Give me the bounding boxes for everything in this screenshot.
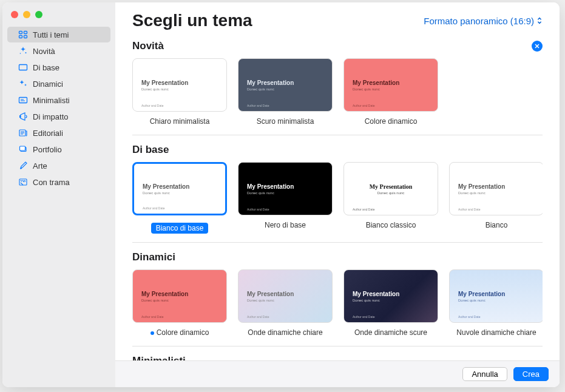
theme-item[interactable]: My PresentationDonec quis nuncAuthor and… bbox=[132, 269, 227, 337]
sidebar-item-label: Tutti i temi bbox=[33, 30, 69, 39]
header: Scegli un tema Formato panoramico (16:9) bbox=[115, 2, 560, 35]
sidebar-item-label: Portfolio bbox=[33, 145, 62, 154]
theme-item[interactable]: My PresentationDonec quis nuncAuthor and… bbox=[449, 269, 543, 337]
svg-rect-2 bbox=[19, 36, 22, 38]
theme-label: Nuvole dinamiche chiare bbox=[456, 327, 536, 338]
svg-rect-7 bbox=[19, 98, 27, 103]
section-header: Dinamici bbox=[132, 251, 543, 263]
cancel-button[interactable]: Annulla bbox=[462, 367, 507, 381]
thumb-author: Author and Date bbox=[141, 104, 163, 107]
divider bbox=[132, 346, 543, 346]
thumb-author: Author and Date bbox=[143, 206, 164, 210]
thumb-title: My Presentation bbox=[353, 79, 429, 86]
minimize-window-button[interactable] bbox=[23, 11, 30, 18]
svg-point-4 bbox=[25, 52, 27, 53]
sidebar-item-portfolio[interactable]: Portfolio bbox=[7, 141, 110, 157]
thumb-subtitle: Donec quis nunc bbox=[353, 191, 429, 195]
thumb-author: Author and Date bbox=[247, 315, 269, 319]
theme-label: Chiaro minimalista bbox=[150, 116, 210, 127]
section-di-base: Di baseMy PresentationDonec quis nuncAut… bbox=[132, 144, 543, 238]
theme-label: Onde dinamiche chiare bbox=[248, 327, 322, 338]
zoom-window-button[interactable] bbox=[35, 11, 42, 18]
text-icon bbox=[18, 95, 28, 105]
section-title: Minimalisti bbox=[132, 355, 186, 360]
thumb-subtitle: Donec quis nunc bbox=[247, 191, 323, 195]
theme-item[interactable]: My PresentationDonec quis nuncAuthor and… bbox=[449, 162, 543, 234]
sidebar-item-novità[interactable]: Novità bbox=[7, 43, 110, 59]
sidebar-item-tutti-i-temi[interactable]: Tutti i temi bbox=[7, 27, 110, 42]
thumb-title: My Presentation bbox=[353, 183, 429, 190]
thumb-title: My Presentation bbox=[247, 183, 323, 190]
section-close-button[interactable] bbox=[532, 41, 543, 52]
theme-row: My PresentationDonec quis nuncAuthor and… bbox=[132, 58, 543, 131]
theme-thumbnail: My PresentationDonec quis nuncAuthor and… bbox=[238, 162, 333, 215]
theme-thumbnail: My PresentationDonec quis nuncAuthor and… bbox=[343, 58, 438, 112]
sparkle-icon bbox=[18, 46, 28, 56]
section-minimalisti: Minimalisti bbox=[132, 355, 543, 360]
thumb-author: Author and Date bbox=[458, 208, 480, 211]
theme-thumbnail: My PresentationDonec quis nuncAuthor and… bbox=[343, 162, 438, 215]
paint-icon bbox=[18, 161, 28, 171]
sidebar-item-label: Editoriali bbox=[33, 129, 63, 138]
thumb-subtitle: Donec quis nunc bbox=[353, 87, 429, 91]
theme-content[interactable]: NovitàMy PresentationDonec quis nuncAuth… bbox=[115, 35, 560, 360]
svg-rect-11 bbox=[19, 179, 27, 185]
sidebar-item-di-impatto[interactable]: Di impatto bbox=[7, 109, 110, 124]
format-dropdown[interactable]: Formato panoramico (16:9) bbox=[424, 16, 543, 26]
sidebar-item-dinamici[interactable]: Dinamici bbox=[7, 76, 110, 92]
window-controls bbox=[11, 11, 42, 18]
theme-label: Bianco bbox=[485, 220, 508, 231]
sidebar-item-di-base[interactable]: Di base bbox=[7, 59, 110, 75]
theme-item[interactable]: My PresentationDonec quis nuncAuthor and… bbox=[132, 58, 227, 126]
footer: Annulla Crea bbox=[115, 360, 560, 387]
sparkle2-icon bbox=[18, 79, 28, 89]
thumb-subtitle: Donec quis nunc bbox=[247, 87, 323, 91]
theme-item[interactable]: My PresentationDonec quis nuncAuthor and… bbox=[343, 58, 438, 126]
thumb-author: Author and Date bbox=[458, 315, 480, 319]
theme-item[interactable]: My PresentationDonec quis nuncAuthor and… bbox=[238, 162, 333, 234]
theme-item[interactable]: My PresentationDonec quis nuncAuthor and… bbox=[343, 162, 438, 234]
section-title: Dinamici bbox=[132, 251, 175, 263]
divider bbox=[132, 242, 543, 243]
theme-row: My PresentationDonec quis nuncAuthor and… bbox=[132, 162, 543, 238]
sidebar-item-label: Novità bbox=[33, 47, 55, 56]
thumb-subtitle: Donec quis nunc bbox=[458, 299, 535, 302]
chevron-updown-icon bbox=[536, 16, 543, 25]
svg-rect-6 bbox=[19, 65, 27, 70]
folder-icon bbox=[18, 144, 28, 154]
sidebar-item-label: Di impatto bbox=[33, 112, 69, 121]
sidebar-item-editoriali[interactable]: Editoriali bbox=[7, 125, 110, 141]
theme-thumbnail: My PresentationDonec quis nuncAuthor and… bbox=[132, 162, 227, 215]
sidebar-item-arte[interactable]: Arte bbox=[7, 158, 110, 174]
theme-item[interactable]: My PresentationDonec quis nuncAuthor and… bbox=[238, 58, 333, 126]
close-window-button[interactable] bbox=[11, 11, 18, 18]
section-header: Di base bbox=[132, 144, 543, 156]
main-panel: Scegli un tema Formato panoramico (16:9)… bbox=[115, 2, 560, 387]
section-title: Di base bbox=[132, 144, 169, 156]
sidebar-item-label: Minimalisti bbox=[33, 96, 70, 105]
create-button[interactable]: Crea bbox=[513, 367, 549, 381]
theme-label: Scuro minimalista bbox=[257, 116, 314, 127]
section-title: Novità bbox=[132, 40, 164, 52]
thumb-title: My Presentation bbox=[458, 183, 535, 190]
theme-item[interactable]: My PresentationDonec quis nuncAuthor and… bbox=[343, 269, 438, 337]
sidebar-item-con-trama[interactable]: Con trama bbox=[7, 174, 110, 190]
texture-icon bbox=[18, 177, 28, 187]
svg-rect-3 bbox=[24, 36, 27, 38]
theme-thumbnail: My PresentationDonec quis nuncAuthor and… bbox=[238, 58, 333, 112]
theme-item[interactable]: My PresentationDonec quis nuncAuthor and… bbox=[132, 162, 227, 234]
thumb-subtitle: Donec quis nunc bbox=[141, 87, 218, 91]
grid-icon bbox=[18, 30, 28, 39]
theme-label: Colore dinamico bbox=[151, 327, 209, 338]
sidebar-item-minimalisti[interactable]: Minimalisti bbox=[7, 92, 110, 108]
theme-thumbnail: My PresentationDonec quis nuncAuthor and… bbox=[449, 269, 543, 323]
megaphone-icon bbox=[18, 112, 28, 121]
svg-rect-1 bbox=[24, 32, 27, 34]
theme-label: Bianco di base bbox=[151, 223, 209, 234]
theme-label: Colore dinamico bbox=[365, 116, 418, 127]
section-header: Novità bbox=[132, 40, 543, 52]
theme-thumbnail: My PresentationDonec quis nuncAuthor and… bbox=[238, 269, 333, 323]
sidebar-item-label: Con trama bbox=[33, 178, 70, 187]
section-dinamici: DinamiciMy PresentationDonec quis nuncAu… bbox=[132, 251, 543, 342]
theme-item[interactable]: My PresentationDonec quis nuncAuthor and… bbox=[238, 269, 333, 337]
